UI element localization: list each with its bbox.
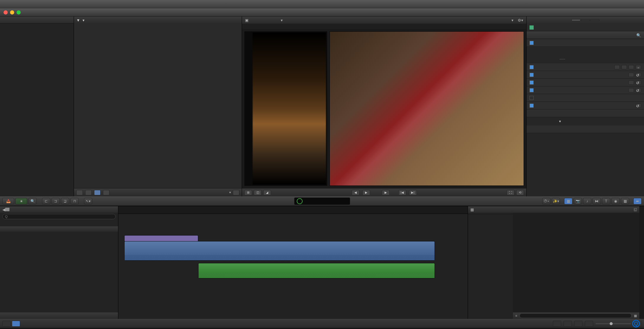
titles-button[interactable]: T	[602, 198, 610, 204]
tab-video[interactable]	[572, 19, 580, 21]
reset-icon[interactable]: ↺	[636, 88, 641, 92]
section-distort[interactable]: ↺	[527, 86, 644, 94]
view-options-icon[interactable]: ⚙▾	[518, 18, 523, 22]
viewer-panel: ▣ ▾ ▾ ⚙▾ ⊞ ◫ ◢ ◀ ▶ ▶	[242, 17, 527, 196]
section-compound[interactable]	[527, 125, 644, 133]
snap-toggle[interactable]	[585, 321, 593, 327]
solo-toggle[interactable]	[574, 321, 582, 327]
disclosure-icon[interactable]: ▼	[76, 18, 80, 22]
analyze-button[interactable]: 🔍	[28, 198, 37, 204]
close-icon[interactable]	[4, 10, 8, 14]
spatial-type-dropdown[interactable]: ▾	[559, 119, 561, 123]
tab-info[interactable]	[590, 19, 599, 21]
tool-icon-3[interactable]: ◢	[263, 190, 271, 195]
checkbox[interactable]	[530, 41, 534, 45]
tool-icon-1[interactable]: ⊞	[244, 190, 252, 195]
skimming-toggle[interactable]	[553, 321, 561, 327]
reset-icon[interactable]: ↺	[636, 80, 641, 85]
import-button[interactable]: 📥	[2, 198, 14, 204]
generators-button[interactable]: ◉	[611, 198, 620, 204]
view-grid-icon[interactable]	[103, 190, 109, 195]
traffic-lights[interactable]	[4, 10, 21, 14]
reset-icon[interactable]: ↺	[636, 104, 641, 108]
checkbox[interactable]	[530, 73, 534, 77]
filter-label[interactable]: ▾	[229, 191, 231, 194]
section-effects[interactable]: 🔍	[527, 31, 644, 39]
scrollbar[interactable]	[639, 206, 644, 319]
enhance-button[interactable]: ✨▾	[552, 198, 560, 204]
share-button[interactable]: ➦	[633, 198, 642, 204]
checkbox-off[interactable]	[530, 96, 534, 100]
select-tool[interactable]: ↖▾	[84, 198, 92, 204]
loop-icon[interactable]: ⟲	[516, 190, 524, 195]
timeline-ruler[interactable]	[118, 206, 468, 214]
match-color-button[interactable]	[559, 59, 566, 60]
video-preview[interactable]	[330, 31, 524, 186]
view-list-icon[interactable]	[94, 190, 101, 195]
connect-button[interactable]: ⊏	[42, 198, 50, 204]
checkbox[interactable]	[530, 80, 534, 85]
photos-browser-button[interactable]: 📷	[574, 198, 582, 204]
play-button[interactable]: ▶	[382, 190, 390, 195]
filmstrip-icon[interactable]	[76, 190, 83, 195]
timeline-appearance[interactable]	[12, 321, 20, 327]
effects-browser-button[interactable]: ▦	[564, 198, 572, 204]
reset-icon[interactable]: ↺	[636, 73, 641, 77]
keyword-button[interactable]: ★	[15, 198, 27, 204]
back-icon[interactable]: ◀	[2, 207, 5, 212]
zoom-slider[interactable]	[595, 323, 631, 324]
retime-button[interactable]: ⏱▾	[542, 198, 551, 204]
prev-edit-button[interactable]: ◀	[352, 190, 359, 195]
section-rolling[interactable]: ↺	[527, 102, 644, 109]
prev-frame-button[interactable]: |◀	[398, 190, 406, 195]
timeline-index-toggle[interactable]	[2, 321, 11, 327]
next-edit-button[interactable]: ▶	[362, 190, 370, 195]
music-browser-button[interactable]: ♪	[583, 198, 591, 204]
dropdown-icon[interactable]: ▾	[83, 18, 85, 22]
tab-audio[interactable]	[581, 19, 590, 21]
minimize-icon[interactable]	[10, 10, 14, 14]
section-crop[interactable]: ↺	[527, 79, 644, 86]
timecode-display[interactable]	[294, 197, 350, 205]
tool-icon-2[interactable]: ◫	[254, 190, 262, 195]
overwrite-button[interactable]: ⊓	[70, 198, 79, 204]
video-clip-main[interactable]	[124, 241, 435, 261]
fullscreen-icon[interactable]: ⛶	[507, 190, 514, 195]
fx-list-icon[interactable]: ≡	[515, 314, 517, 317]
grid-size-icon[interactable]: ◱	[634, 207, 637, 212]
append-button[interactable]: ⊒	[61, 198, 69, 204]
arrow-icon[interactable]: →	[636, 65, 641, 69]
index-header[interactable]: ◀	[0, 206, 118, 213]
checkbox[interactable]	[530, 65, 534, 69]
timeline-tracks[interactable]	[118, 214, 468, 319]
fx-grid-icon[interactable]: ▦	[634, 314, 637, 318]
timeline[interactable]	[118, 206, 468, 319]
settings-dropdown[interactable]: ▾	[281, 18, 283, 22]
checkbox[interactable]	[530, 88, 534, 92]
effect-color[interactable]	[527, 39, 644, 47]
next-frame-button[interactable]: ▶|	[409, 190, 417, 195]
insert-button[interactable]: ⊐	[51, 198, 60, 204]
themes-button[interactable]: ▦	[621, 198, 629, 204]
zoom-icon[interactable]	[17, 10, 21, 14]
section-spatial[interactable]	[527, 109, 644, 117]
effect-correction[interactable]: →	[527, 63, 644, 71]
project-icon: ▣	[245, 18, 248, 22]
viewer-transport: ⊞ ◫ ◢ ◀ ▶ ▶ |◀ ▶| ⛶ ⟲	[242, 188, 526, 196]
bottom-bar	[0, 319, 644, 328]
fx-search-input[interactable]	[519, 313, 632, 318]
transitions-button[interactable]: ⧓	[593, 198, 601, 204]
audio-clip[interactable]	[198, 263, 435, 278]
audio-skim-toggle[interactable]	[564, 321, 572, 327]
section-transform[interactable]: ↺	[527, 71, 644, 79]
search-icon[interactable]	[233, 190, 239, 195]
gear-icon[interactable]	[85, 190, 92, 195]
section-stabilize[interactable]	[527, 94, 644, 102]
scope-label	[242, 24, 526, 29]
checkbox[interactable]	[530, 104, 534, 108]
browser-header[interactable]: ▼ ▾	[74, 17, 242, 24]
inspector-tabs	[527, 17, 644, 24]
color-board-icon[interactable]	[614, 65, 620, 69]
index-search-input[interactable]	[2, 214, 116, 219]
search-icon[interactable]: 🔍	[636, 33, 641, 38]
